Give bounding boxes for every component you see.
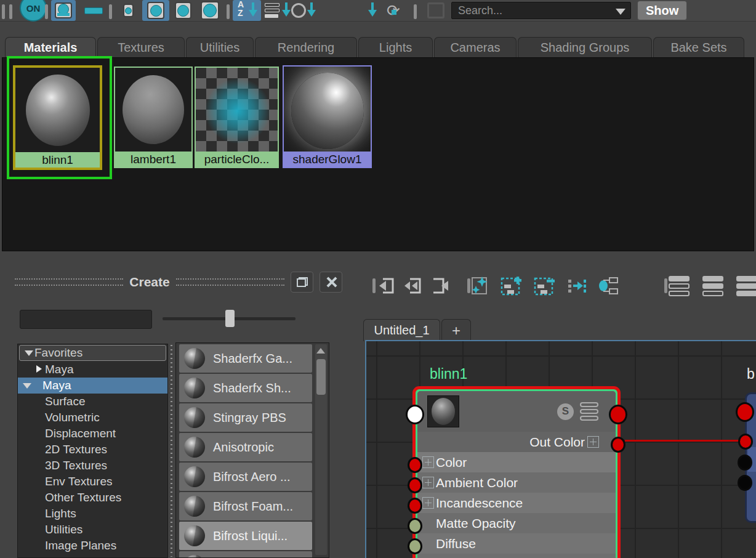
expand-plus-icon[interactable] [422, 497, 434, 509]
display-full-mode-button[interactable] [735, 273, 756, 298]
swatch-list-view-button[interactable] [51, 0, 76, 21]
material-list-scrollbar[interactable] [315, 344, 327, 555]
material-item-stingray-pbs[interactable]: Stingray PBS [179, 403, 312, 432]
display-simple-mode-button[interactable] [667, 273, 691, 298]
material-item-bifrost-aero[interactable]: Bifrost Aero ... [179, 463, 312, 491]
tree-item-utilities[interactable]: Utilities [18, 522, 167, 538]
incandescence-port[interactable] [408, 498, 422, 514]
tree-item-other-textures[interactable]: Other Textures [18, 490, 167, 506]
scrollbar-thumb[interactable] [316, 359, 326, 395]
input-port-white[interactable] [406, 405, 424, 424]
expand-plus-icon[interactable] [422, 477, 434, 488]
graph-upstream-button[interactable] [565, 273, 589, 298]
close-panel-button[interactable] [320, 272, 342, 293]
collapse-triangle-icon[interactable] [23, 383, 31, 389]
show-all-connections-button[interactable] [401, 273, 425, 298]
graph-new-tab-button[interactable]: + [441, 319, 471, 341]
tab-bake-sets[interactable]: Bake Sets [653, 37, 744, 58]
search-input[interactable] [451, 2, 631, 19]
add-selected-to-graph-button[interactable] [468, 273, 491, 298]
expand-triangle-icon[interactable] [36, 365, 42, 373]
tree-item-image-planes[interactable]: Image Planes [18, 538, 167, 554]
swatch-bar-button[interactable] [84, 0, 103, 21]
tab-utilities[interactable]: Utilities [186, 37, 254, 58]
swatch-size-small-button[interactable] [123, 0, 134, 21]
swatch-size-large-button[interactable] [175, 0, 191, 21]
show-input-connections-button[interactable] [374, 273, 398, 298]
tree-item-volumetric[interactable]: Volumetric [18, 410, 167, 426]
swatch-size-xlarge-button[interactable] [201, 0, 219, 21]
ambient-color-port[interactable] [408, 477, 422, 493]
tree-item-maya[interactable]: Maya [18, 378, 167, 394]
tree-item-favorites[interactable]: Favorites [19, 345, 166, 361]
out-color-port[interactable] [611, 437, 625, 453]
undock-panel-button[interactable] [291, 272, 313, 293]
right-node-port-black-2[interactable] [738, 475, 752, 491]
header-dotted-line [15, 278, 123, 286]
tree-item-3d-textures[interactable]: 3D Textures [18, 458, 167, 474]
tab-lights[interactable]: Lights [358, 37, 433, 58]
tab-materials[interactable]: Materials [5, 37, 96, 58]
shading-group-badge[interactable]: S [557, 403, 574, 420]
material-sphere-icon [184, 466, 205, 487]
diffuse-port[interactable] [408, 538, 422, 554]
material-item-anisotropic[interactable]: Anisotropic [179, 433, 312, 461]
slider-handle[interactable] [225, 310, 235, 327]
right-node-port-black-1[interactable] [738, 455, 752, 471]
expand-plus-icon[interactable] [422, 456, 434, 468]
show-button[interactable]: Show [637, 1, 687, 20]
node-graph-canvas[interactable]: blinn1 b S Out Color Color Ambient Color… [365, 340, 756, 558]
tree-item-env-textures[interactable]: Env Textures [18, 474, 167, 490]
blinn1-node-title: blinn1 [430, 366, 467, 382]
refresh-swatches-button[interactable]: ⟳ [387, 0, 400, 21]
material-item-shaderfx-game[interactable]: Shaderfx Ga... [179, 344, 312, 373]
matte-opacity-port[interactable] [408, 518, 422, 534]
graph-tab-untitled1[interactable]: Untitled_1 [363, 319, 440, 341]
add-nodes-to-graph-button[interactable] [500, 273, 523, 298]
blinn1-node[interactable]: S Out Color Color Ambient Color Incandes… [412, 386, 621, 558]
tree-item-glow[interactable]: Glow [18, 554, 167, 558]
tree-item-2d-textures[interactable]: 2D Textures [18, 442, 167, 458]
tab-shading-groups[interactable]: Shading Groups [518, 37, 652, 58]
swatch-size-medium-button[interactable] [142, 0, 169, 21]
tree-item-displacement[interactable]: Displacement [18, 426, 167, 442]
material-item-shaderfx-shader[interactable]: Shaderfx Sh... [179, 374, 312, 402]
sort-by-time-button[interactable] [291, 0, 316, 21]
scroll-up-icon[interactable] [316, 348, 325, 354]
material-item-bifrost-liquid[interactable]: Bifrost Liqui... [179, 522, 312, 550]
swatch-shaderglow1[interactable]: shaderGlow1 [283, 65, 372, 168]
swatch-particlecloud[interactable]: particleClo... [195, 67, 279, 168]
collapse-triangle-icon[interactable] [25, 350, 33, 356]
panel-splitter[interactable] [171, 345, 172, 557]
swatch-lambert1[interactable]: lambert1 [114, 67, 193, 168]
icon-size-slider[interactable] [163, 317, 296, 320]
node-swatch-thumbnail[interactable] [427, 395, 459, 427]
node-display-mode-icon[interactable] [580, 402, 598, 421]
right-node-surface-port[interactable] [738, 434, 753, 450]
show-output-connections-button[interactable] [428, 273, 452, 298]
tree-item-surface[interactable]: Surface [18, 394, 167, 410]
search-dropdown-chevron-icon[interactable] [616, 9, 625, 15]
on-toggle-button[interactable]: ON [20, 0, 47, 21]
tree-item-lights[interactable]: Lights [18, 506, 167, 522]
create-filter-input[interactable] [20, 310, 152, 329]
tab-rendering[interactable]: Rendering [255, 37, 357, 58]
tab-textures[interactable]: Textures [97, 37, 185, 58]
tab-cameras[interactable]: Cameras [434, 37, 517, 58]
pin-swatches-button[interactable] [427, 0, 444, 21]
sort-reverse-button[interactable] [368, 0, 377, 21]
expand-plus-icon[interactable] [587, 436, 599, 448]
right-node-output-port[interactable] [736, 402, 754, 422]
output-port-red[interactable] [609, 405, 627, 424]
tree-item-maya-favorites[interactable]: Maya [18, 362, 167, 378]
sort-by-type-button[interactable] [265, 0, 291, 21]
material-item-partial[interactable] [179, 551, 312, 558]
material-item-bifrost-foam[interactable]: Bifrost Foam... [179, 492, 312, 520]
connection-wire-out-color[interactable] [625, 440, 746, 442]
remove-nodes-from-graph-button[interactable] [533, 273, 557, 298]
pin-node-button[interactable] [596, 273, 619, 298]
color-port[interactable] [408, 457, 422, 473]
sort-alphabetical-button[interactable]: AZ [233, 0, 261, 21]
display-connected-mode-button[interactable] [701, 273, 725, 298]
swatch-medium-icon [147, 2, 164, 19]
